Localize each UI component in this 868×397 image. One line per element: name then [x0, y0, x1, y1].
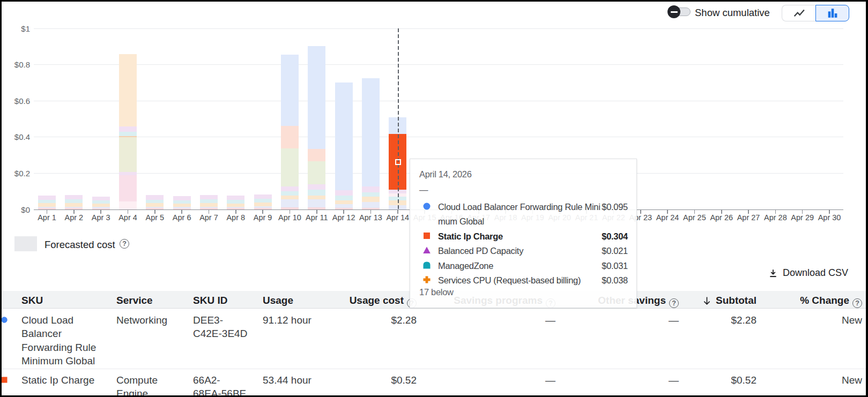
tooltip-series-list: Cloud Load Balancer Forwarding Rule Mini… [410, 200, 636, 288]
chart-tooltip: April 14, 2026 — Cloud Load Balancer For… [410, 159, 637, 308]
tooltip-series-label: Services CPU (Request-based billing) [438, 273, 581, 288]
bar-segment [65, 203, 83, 207]
column-header-usage_cost[interactable]: Usage cost? [350, 295, 417, 308]
y-axis-label: $0.6 [2, 96, 30, 106]
column-header-label: Subtotal [716, 295, 756, 306]
tooltip-series-row: Services CPU (Request-based billing)$0.0… [410, 273, 636, 288]
bar-segment [281, 148, 299, 186]
bar-segment [200, 199, 218, 203]
bar-apr-12[interactable] [335, 28, 353, 209]
column-header-change[interactable]: % Change? [800, 295, 862, 308]
line-chart-button[interactable] [782, 5, 815, 21]
column-header-sku[interactable]: SKU [21, 295, 114, 306]
bar-segment [227, 207, 244, 208]
bar-apr-11[interactable] [308, 28, 325, 209]
show-cumulative-label: Show cumulative [695, 7, 770, 19]
bar-apr-4[interactable] [119, 28, 137, 209]
bar-segment [65, 207, 83, 208]
cell-savings: — [545, 313, 555, 327]
bar-apr-2[interactable] [65, 28, 83, 209]
column-header-label: SKU [21, 295, 43, 306]
tooltip-series-value: $0.304 [602, 229, 628, 244]
bar-segment [254, 194, 272, 199]
screenshot-border [0, 0, 2, 397]
bar-segment [335, 190, 353, 196]
bar-segment [200, 203, 218, 206]
x-axis-label: Apr 30 [813, 213, 845, 222]
bar-apr-3[interactable] [92, 28, 110, 209]
bar-segment [362, 192, 380, 197]
bar-segment [65, 195, 83, 199]
bar-segment [119, 126, 137, 131]
table-row[interactable]: Cloud Load Balancer Forwarding Rule Mini… [0, 309, 868, 369]
column-header-label: SKU ID [193, 295, 227, 306]
bar-segment [281, 186, 299, 191]
forecasted-cost-help-icon[interactable]: ? [120, 239, 129, 249]
tooltip-series-label: ManagedZone [438, 259, 493, 273]
bar-segment [362, 202, 380, 208]
toggle-thumb-minus-icon[interactable] [667, 5, 680, 18]
tooltip-series-row: Balanced PD Capacity$0.021 [410, 244, 636, 258]
forecasted-cost-label: Forecasted cost [44, 239, 115, 251]
column-header-sku_id[interactable]: SKU ID [193, 295, 248, 306]
forecasted-cost-swatch [14, 236, 37, 251]
column-header-service[interactable]: Service [116, 295, 180, 306]
cell-other: — [669, 313, 679, 327]
bar-segment [308, 190, 325, 196]
help-icon[interactable]: ? [852, 298, 862, 308]
bar-segment [227, 204, 244, 207]
tooltip-series-label: Static Ip Charge [438, 229, 503, 244]
bar-segment [146, 207, 164, 208]
column-header-label: Usage cost [350, 295, 404, 306]
bar-segment [281, 126, 299, 148]
help-icon[interactable]: ? [669, 298, 679, 308]
bar-segment [308, 196, 325, 199]
bar-segment [254, 203, 272, 206]
tooltip-series-value: $0.021 [602, 244, 628, 258]
cell-sku: Static Ip Charge [21, 373, 114, 387]
bar-segment [308, 184, 325, 190]
tooltip-series-row: Cloud Load Balancer Forwarding Rule Mini… [410, 200, 636, 229]
column-header-subtotal[interactable]: Subtotal [702, 295, 756, 306]
tooltip-dash: — [419, 185, 428, 195]
column-header-usage[interactable]: Usage [263, 295, 338, 306]
bar-chart-button[interactable] [815, 5, 849, 21]
bar-segment [335, 196, 353, 200]
plus-icon [423, 276, 431, 283]
bar-apr-13[interactable] [362, 28, 380, 209]
bar-segment [362, 186, 380, 192]
bar-segment [308, 161, 325, 184]
bar-apr-10[interactable] [281, 28, 299, 209]
bar-apr-5[interactable] [146, 28, 164, 209]
bar-chart-icon [826, 6, 839, 20]
cell-service: Networking [116, 313, 180, 327]
column-header-label: Service [116, 295, 153, 306]
bar-segment [173, 200, 191, 204]
line-chart-icon [792, 6, 806, 20]
bar-segment [38, 196, 56, 200]
bar-segment [146, 200, 164, 203]
bar-segment [92, 207, 110, 208]
bar-segment [308, 149, 325, 161]
bar-apr-6[interactable] [173, 28, 191, 209]
tooltip-series-label: Cloud Load Balancer Forwarding Rule Mini… [438, 200, 600, 229]
tooltip-series-row: Static Ip Charge$0.304 [410, 229, 636, 244]
table-row[interactable]: Static Ip ChargeCompute Engine66A2-68EA-… [0, 369, 868, 397]
bar-segment [200, 207, 218, 208]
square-marker-icon [423, 232, 431, 239]
y-axis-label: $0.8 [2, 60, 30, 69]
pentagon-marker-icon [423, 261, 431, 269]
bar-apr-8[interactable] [227, 28, 244, 209]
cell-service: Compute Engine [116, 373, 180, 397]
bar-segment [227, 196, 244, 200]
download-csv-button[interactable]: Download CSV [768, 267, 848, 279]
bar-segment [119, 172, 137, 175]
tooltip-series-value: $0.095 [602, 200, 628, 214]
bar-apr-9[interactable] [254, 28, 272, 209]
square-icon [423, 232, 431, 239]
plus-marker-icon [423, 276, 431, 283]
bar-apr-7[interactable] [200, 28, 218, 209]
bar-segment [38, 203, 56, 206]
bar-apr-1[interactable] [38, 28, 56, 209]
bar-segment [173, 204, 191, 207]
